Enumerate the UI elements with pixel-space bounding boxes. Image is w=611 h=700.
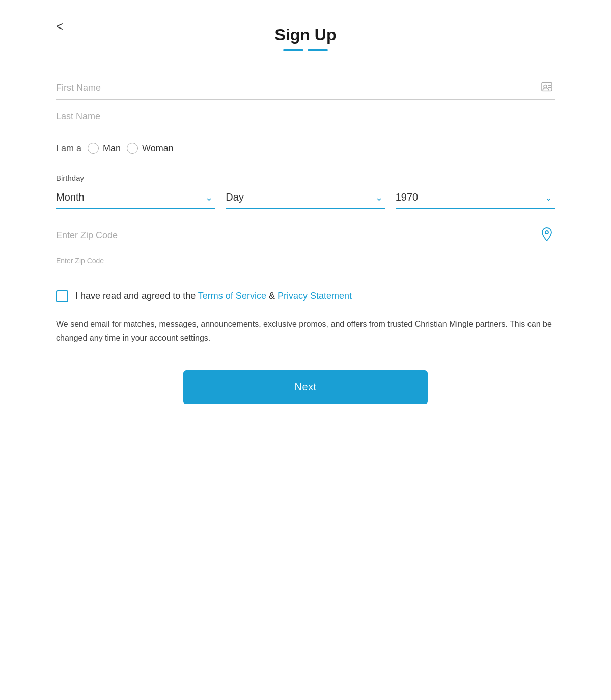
birthday-day-select[interactable]: Day bbox=[226, 186, 385, 209]
last-name-group bbox=[56, 105, 555, 128]
birthday-month-wrapper: Month January February March April May J… bbox=[56, 186, 215, 209]
birthday-year-select[interactable]: 1970 bbox=[396, 186, 555, 209]
terms-row: I have read and agreed to the Terms of S… bbox=[56, 284, 555, 303]
title-underline bbox=[56, 49, 555, 51]
terms-checkbox[interactable] bbox=[56, 290, 68, 302]
gender-man-radio[interactable] bbox=[88, 143, 99, 154]
zip-hint-text: Enter Zip Code bbox=[56, 253, 555, 269]
underline-dash-1 bbox=[283, 49, 303, 51]
email-notice-text: We send email for matches, messages, ann… bbox=[56, 317, 555, 345]
terms-text: I have read and agreed to the Terms of S… bbox=[75, 289, 352, 303]
contact-card-icon bbox=[541, 82, 552, 94]
first-name-group bbox=[56, 76, 555, 100]
zip-code-input[interactable] bbox=[56, 224, 555, 247]
gender-woman-option[interactable]: Woman bbox=[127, 143, 174, 154]
terms-text-before: I have read and agreed to the bbox=[75, 291, 198, 301]
terms-of-service-link[interactable]: Terms of Service bbox=[198, 291, 266, 301]
privacy-statement-link[interactable]: Privacy Statement bbox=[277, 291, 352, 301]
birthday-month-select[interactable]: Month January February March April May J… bbox=[56, 186, 215, 209]
svg-point-4 bbox=[545, 231, 548, 234]
birthday-dropdowns: Month January February March April May J… bbox=[56, 186, 555, 209]
back-button[interactable]: < bbox=[56, 20, 63, 33]
page-title: Sign Up bbox=[56, 25, 555, 44]
zip-section bbox=[56, 224, 555, 247]
gender-woman-radio[interactable] bbox=[127, 143, 138, 154]
terms-between: & bbox=[266, 291, 277, 301]
underline-dash-2 bbox=[308, 49, 328, 51]
next-button[interactable]: Next bbox=[183, 370, 428, 404]
birthday-day-wrapper: Day ⌄ bbox=[226, 186, 385, 209]
birthday-section: Birthday Month January February March Ap… bbox=[56, 174, 555, 209]
gender-man-option[interactable]: Man bbox=[88, 143, 121, 154]
gender-prefix-label: I am a bbox=[56, 143, 81, 154]
svg-point-1 bbox=[544, 85, 547, 88]
page-container: < Sign Up I am a Man Woman bbox=[38, 0, 573, 435]
gender-row: I am a Man Woman bbox=[56, 133, 555, 163]
last-name-input[interactable] bbox=[56, 105, 555, 128]
birthday-label: Birthday bbox=[56, 174, 555, 182]
first-name-input[interactable] bbox=[56, 76, 555, 100]
location-pin-icon bbox=[541, 227, 552, 244]
gender-man-label: Man bbox=[103, 143, 121, 154]
birthday-year-wrapper: 1970 ⌄ bbox=[396, 186, 555, 209]
gender-woman-label: Woman bbox=[142, 143, 174, 154]
